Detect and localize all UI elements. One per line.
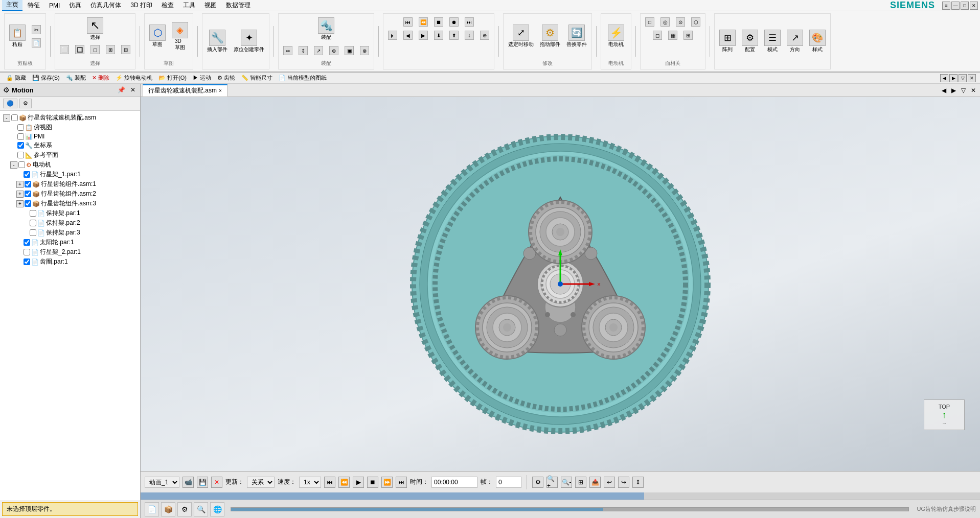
- tree-expand-pgasm1[interactable]: +: [16, 181, 24, 188]
- tab-nav-prev[interactable]: ◀: [940, 86, 948, 95]
- assemble-btn[interactable]: 🔩 装配: [315, 16, 337, 42]
- anim-save-btn[interactable]: 💾: [197, 477, 208, 488]
- lft-btn[interactable]: ◀: [401, 29, 415, 41]
- tree-item-pgasm1[interactable]: + 📦 行星齿轮组件.asm:1: [2, 179, 138, 189]
- arrf-btn[interactable]: ↕: [462, 29, 476, 41]
- tree-check-cage1[interactable]: [30, 210, 36, 217]
- select-btn[interactable]: ↖ 选择: [84, 16, 106, 42]
- rew-btn[interactable]: ⏮: [401, 16, 415, 28]
- anim-cancel-btn[interactable]: ✕: [211, 477, 222, 488]
- tree-item-pgasm3[interactable]: + 📦 行星齿轮组件.asm:3: [2, 199, 138, 208]
- anim-settings-btn[interactable]: ⚙: [532, 477, 543, 488]
- qb-nav-next[interactable]: ▶: [949, 74, 958, 82]
- panel-pin-btn[interactable]: 📌: [116, 86, 127, 93]
- anim-redo-btn[interactable]: ↪: [618, 477, 629, 488]
- tree-expand-root[interactable]: -: [3, 114, 10, 122]
- rgt-btn[interactable]: ▶: [416, 29, 430, 41]
- menu-home[interactable]: 主页: [2, 0, 22, 11]
- update-mode-select[interactable]: 关系: [247, 477, 275, 488]
- menu-feature[interactable]: 特征: [24, 0, 44, 11]
- tree-item-ring[interactable]: 📄 齿圈.par:1: [2, 257, 138, 267]
- animation-name-select[interactable]: 动画_1: [145, 477, 179, 488]
- anim-fast-btn[interactable]: ⏩: [381, 477, 393, 488]
- menu-simgeo[interactable]: 仿真几何体: [86, 0, 125, 11]
- titlebar-list-btn[interactable]: ≡: [942, 2, 950, 10]
- tab-close-all[interactable]: ✕: [969, 86, 978, 95]
- tree-item-motor[interactable]: - ⚙ 电动机: [2, 160, 138, 170]
- tree-item-view[interactable]: 📋 俯视图: [2, 123, 138, 132]
- insert-part-btn[interactable]: 🔧 插入部件: [204, 28, 230, 55]
- anim-end-btn[interactable]: ⏭: [396, 477, 407, 488]
- sketch3d-btn[interactable]: ◈ 3D草图: [169, 20, 191, 53]
- menu-3dprint[interactable]: 3D 打印: [126, 0, 156, 11]
- tree-item-sun[interactable]: 📄 太阳轮.par:1: [2, 238, 138, 247]
- tree-check-pgasm3[interactable]: [25, 200, 31, 207]
- replace-part-btn[interactable]: 🔄 替换零件: [564, 23, 589, 50]
- tree-check-pmi[interactable]: [17, 133, 24, 140]
- select-mode-btn5[interactable]: ⊟: [119, 43, 133, 56]
- tree-expand-motor[interactable]: -: [10, 161, 17, 169]
- move-select-btn[interactable]: ⤢ 选定时移动: [506, 23, 536, 50]
- tree-check-refplane[interactable]: [17, 152, 24, 158]
- tree-check-carrier2[interactable]: [24, 249, 30, 255]
- tree-check-sun[interactable]: [24, 239, 30, 246]
- anim-adjust-btn[interactable]: ⇕: [632, 477, 644, 488]
- nextf-btn[interactable]: ⏭: [462, 16, 476, 28]
- anim-zoom-in-btn[interactable]: 🔍+: [546, 477, 558, 488]
- menu-pmi[interactable]: PMI: [45, 1, 64, 10]
- drag-part-btn[interactable]: ⚙ 拖动部件: [537, 23, 563, 50]
- surf1-btn[interactable]: □: [643, 16, 657, 28]
- titlebar-close[interactable]: ✕: [970, 2, 978, 10]
- frame-input[interactable]: [496, 477, 521, 488]
- menu-tools[interactable]: 工具: [179, 0, 199, 11]
- tree-check-pgasm1[interactable]: [25, 181, 31, 187]
- titlebar-maximize[interactable]: □: [961, 2, 969, 10]
- surf4-btn[interactable]: ⬡: [689, 16, 703, 28]
- array-btn[interactable]: ⊞ 阵列: [717, 28, 738, 55]
- panel-tb-icon2[interactable]: ⚙: [19, 99, 32, 108]
- tree-check-cage2[interactable]: [30, 220, 36, 226]
- asmb3[interactable]: ↗: [311, 44, 326, 57]
- speed-select[interactable]: 1x: [299, 477, 321, 488]
- copy-btn[interactable]: 📄: [29, 37, 43, 49]
- style-btn[interactable]: 🎨 样式: [807, 28, 828, 55]
- select-mode-btn1[interactable]: ⬜: [57, 43, 72, 56]
- tree-item-carrier1[interactable]: 📄 行星架_1.par:1: [2, 170, 138, 179]
- qb-smartdim[interactable]: 📏 智能尺寸: [239, 74, 275, 82]
- bt-btn3[interactable]: ⚙: [177, 502, 192, 516]
- recf-btn[interactable]: ⏺: [447, 16, 461, 28]
- qb-rotmotor[interactable]: ⚡ 旋转电动机: [113, 74, 154, 82]
- timeline-area[interactable]: [141, 492, 980, 500]
- mode-btn[interactable]: ☰ 模式: [762, 28, 783, 55]
- qb-save[interactable]: 💾 保存(S): [30, 74, 62, 82]
- tree-check-view[interactable]: [17, 124, 24, 131]
- create-inplace-btn[interactable]: ✦ 原位创建零件: [231, 28, 267, 55]
- bt-btn2[interactable]: 📦: [161, 502, 175, 516]
- motor-btn[interactable]: ⚡ 电动机: [605, 23, 627, 50]
- qb-gear[interactable]: ⚙ 齿轮: [215, 74, 237, 82]
- qb-open[interactable]: 📂 打开(O): [156, 74, 189, 82]
- crossf-btn[interactable]: ⊕: [477, 29, 492, 41]
- qb-asm[interactable]: 🔩 装配: [64, 74, 88, 82]
- tab-nav-more[interactable]: ▽: [959, 86, 968, 95]
- asmb5[interactable]: ▣: [342, 44, 356, 57]
- qb-close[interactable]: ✕: [968, 74, 976, 82]
- panel-close-btn[interactable]: ✕: [129, 86, 137, 93]
- anim-prev-btn[interactable]: ⏪: [338, 477, 350, 488]
- asmb1[interactable]: ⇔: [281, 44, 295, 57]
- tree-item-pmi[interactable]: 📊 PMI: [2, 132, 138, 140]
- menu-sim[interactable]: 仿真: [65, 0, 85, 11]
- tree-item-refplane[interactable]: 📐 参考平面: [2, 150, 138, 160]
- upf-btn[interactable]: ⬆: [447, 29, 461, 41]
- surf5-btn[interactable]: ◻: [650, 29, 665, 41]
- tree-expand-pgasm3[interactable]: +: [16, 200, 24, 207]
- prevf-btn[interactable]: ⏪: [416, 16, 430, 28]
- select-mode-btn3[interactable]: ◻: [88, 43, 102, 56]
- bt-btn1[interactable]: 📄: [145, 502, 159, 516]
- bt-btn4[interactable]: 🔍: [194, 502, 208, 516]
- tree-check-coord[interactable]: [17, 142, 24, 149]
- anim-play-btn[interactable]: ▶: [353, 477, 364, 488]
- select-mode-btn4[interactable]: ⊞: [103, 43, 118, 56]
- surf2-btn[interactable]: ◎: [658, 16, 672, 28]
- anim-record-btn[interactable]: 📹: [183, 477, 194, 488]
